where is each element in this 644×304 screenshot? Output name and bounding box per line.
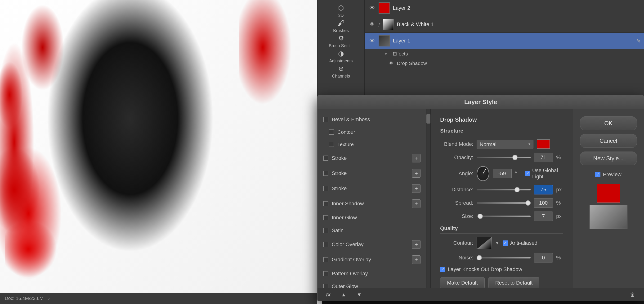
contour-dropdown-arrow[interactable]: ▼ — [495, 241, 499, 246]
add-stroke1[interactable]: + — [412, 154, 420, 163]
distance-row: Distance: px — [440, 185, 563, 195]
spread-input[interactable] — [534, 198, 553, 208]
add-inner-shadow[interactable]: + — [412, 199, 420, 208]
checkbox-color-overlay[interactable] — [323, 242, 328, 247]
checkbox-inner-shadow[interactable] — [323, 201, 328, 206]
effect-stroke2[interactable]: Stroke + — [318, 166, 426, 181]
fx-delete[interactable]: 🗑 — [627, 290, 638, 299]
knocks-out-checkbox[interactable]: ✓ — [440, 267, 445, 272]
eye-icon-layer2[interactable]: 👁 — [369, 5, 376, 12]
use-global-light-label[interactable]: ✓ Use Global Light — [526, 168, 563, 180]
preview-checkbox[interactable]: ✓ — [595, 172, 600, 177]
sidebar-item-brushes[interactable]: 🖌 Brushes — [327, 19, 355, 33]
angle-unit: ° — [515, 171, 522, 177]
eye-icon-layer1[interactable]: 👁 — [369, 37, 376, 44]
checkbox-stroke2[interactable] — [323, 171, 328, 176]
size-slider[interactable] — [476, 216, 530, 217]
knocks-out-label[interactable]: ✓ Layer Knocks Out Drop Shadow — [440, 266, 522, 272]
effects-label: Effects — [393, 51, 408, 57]
size-slider-thumb[interactable] — [478, 214, 483, 219]
effect-contour[interactable]: Contour — [318, 126, 426, 138]
new-style-button[interactable]: New Style... — [580, 151, 637, 165]
anti-aliased-label[interactable]: ✓ Anti-aliased — [503, 240, 538, 246]
size-row: Size: px — [440, 212, 563, 221]
status-arrow[interactable]: › — [48, 296, 50, 301]
fx-move-down[interactable]: ▼ — [354, 290, 364, 299]
preview-swatch-gray — [590, 205, 628, 229]
status-bar: Doc: 16.4M/23.6M › — [0, 293, 317, 304]
contour-preview[interactable] — [476, 237, 492, 249]
angle-input[interactable] — [493, 169, 512, 178]
checkbox-bevel-emboss[interactable] — [323, 117, 328, 122]
effect-gradient-overlay[interactable]: Gradient Overlay + — [318, 252, 426, 267]
use-global-light-checkbox[interactable]: ✓ — [526, 171, 530, 176]
opacity-label: Opacity: — [440, 154, 473, 161]
spread-slider-thumb[interactable] — [526, 200, 530, 206]
effects-list: Bevel & Emboss Contour Texture Stroke + — [318, 109, 426, 288]
add-stroke3[interactable]: + — [412, 184, 420, 193]
effect-color-overlay[interactable]: Color Overlay + — [318, 237, 426, 252]
main-panel: Drop Shadow Structure Blend Mode: Normal… — [431, 109, 573, 288]
drop-shadow-color-swatch[interactable] — [537, 139, 550, 149]
opacity-input[interactable] — [534, 153, 553, 162]
noise-slider[interactable] — [476, 257, 530, 258]
distance-input[interactable] — [534, 185, 553, 195]
sidebar-item-3d[interactable]: ⬡ 3D — [327, 4, 355, 18]
fx-label: fx — [323, 290, 334, 299]
layer-row-layer2[interactable]: 👁 Layer 2 — [365, 0, 644, 16]
reset-to-default-btn[interactable]: Reset to Default — [488, 277, 540, 288]
spread-label: Spread: — [440, 200, 473, 206]
eye-icon-bw1[interactable]: 👁 — [369, 21, 376, 28]
distance-slider-thumb[interactable] — [514, 187, 520, 192]
checkbox-stroke3[interactable] — [323, 186, 328, 191]
noise-input[interactable] — [534, 253, 553, 262]
preview-label: Preview — [603, 172, 621, 178]
effect-pattern-overlay[interactable]: Pattern Overlay — [318, 267, 426, 280]
sidebar-item-brush-settings[interactable]: ⚙ Brush Setti... — [327, 34, 355, 48]
spread-slider[interactable] — [476, 202, 530, 204]
anti-aliased-checkbox[interactable]: ✓ — [503, 240, 508, 246]
effect-inner-glow[interactable]: Inner Glow — [318, 211, 426, 224]
add-stroke2[interactable]: + — [412, 169, 420, 178]
fx-move-up[interactable]: ▲ — [338, 290, 349, 299]
checkbox-satin[interactable] — [323, 228, 328, 233]
sidebar-item-adjustments[interactable]: ◑ Adjustments — [327, 49, 355, 64]
effect-texture[interactable]: Texture — [318, 138, 426, 150]
cancel-button[interactable]: Cancel — [580, 134, 637, 148]
add-color-overlay[interactable]: + — [412, 240, 420, 249]
scrollbar-thumb[interactable] — [426, 114, 430, 123]
noise-slider-thumb[interactable] — [476, 255, 482, 260]
action-buttons-panel: OK Cancel New Style... ✓ Preview — [573, 109, 644, 288]
effects-scrollbar[interactable] — [426, 109, 431, 288]
blend-mode-row: Blend Mode: Normal Multiply Screen Overl… — [440, 139, 563, 149]
layer-row-layer1[interactable]: 👁 Layer 1 fx — [365, 33, 644, 49]
blend-mode-select[interactable]: Normal Multiply Screen Overlay Darken Li… — [476, 140, 534, 149]
distance-slider[interactable] — [476, 189, 530, 190]
opacity-slider[interactable] — [476, 157, 530, 158]
effects-row[interactable]: ▼ Effects — [365, 49, 644, 59]
sidebar-item-channels[interactable]: ⊕ Channels — [327, 65, 355, 79]
effect-inner-shadow[interactable]: Inner Shadow + — [318, 196, 426, 211]
opacity-slider-thumb[interactable] — [512, 155, 518, 160]
checkbox-outer-glow[interactable] — [323, 284, 328, 288]
layer-row-bw1[interactable]: 👁 𝑓 Black & White 1 — [365, 16, 644, 33]
checkbox-inner-glow[interactable] — [323, 215, 328, 220]
effect-stroke1[interactable]: Stroke + — [318, 150, 426, 166]
dialog-title: Layer Style — [318, 95, 644, 109]
size-input[interactable] — [534, 212, 553, 221]
angle-dial[interactable] — [476, 166, 490, 181]
effect-bevel-emboss[interactable]: Bevel & Emboss — [318, 113, 426, 126]
effect-stroke3[interactable]: Stroke + — [318, 181, 426, 196]
add-gradient-overlay[interactable]: + — [412, 255, 420, 264]
checkbox-gradient-overlay[interactable] — [323, 257, 328, 262]
checkbox-stroke1[interactable] — [323, 156, 328, 161]
checkbox-contour[interactable] — [329, 129, 334, 135]
ok-button[interactable]: OK — [580, 116, 637, 130]
checkbox-texture[interactable] — [329, 142, 334, 147]
effect-outer-glow[interactable]: Outer Glow — [318, 280, 426, 288]
layer-fx-badge: fx — [636, 38, 640, 44]
effect-satin[interactable]: Satin — [318, 224, 426, 237]
make-default-btn[interactable]: Make Default — [440, 277, 485, 288]
drop-shadow-row[interactable]: 👁 Drop Shadow — [365, 59, 644, 68]
checkbox-pattern-overlay[interactable] — [323, 271, 328, 276]
